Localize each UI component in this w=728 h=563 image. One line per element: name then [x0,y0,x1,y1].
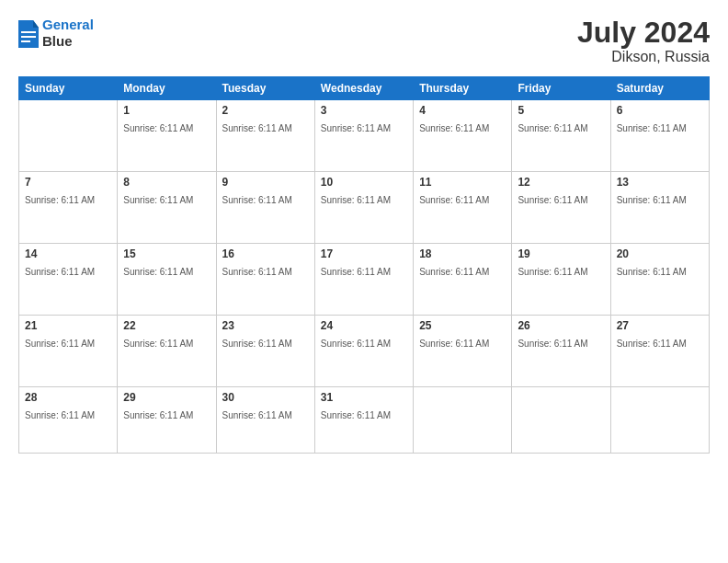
day-sunrise-info: Sunrise: 6:11 AM [518,267,587,277]
day-sunrise-info: Sunrise: 6:11 AM [518,123,587,133]
day-sunrise-info: Sunrise: 6:11 AM [123,267,193,277]
table-row: 8Sunrise: 6:11 AM [118,172,216,244]
day-number: 14 [25,247,111,260]
day-number: 16 [222,247,309,260]
day-number: 10 [321,176,407,189]
day-number: 18 [419,247,506,260]
table-row: 5Sunrise: 6:11 AM [512,100,610,172]
page-header: General Blue July 2024 Dikson, Russia [18,17,710,65]
table-row: 15Sunrise: 6:11 AM [118,244,216,316]
day-number: 31 [321,391,407,404]
day-number: 6 [617,104,703,117]
day-sunrise-info: Sunrise: 6:11 AM [222,410,292,420]
day-sunrise-info: Sunrise: 6:11 AM [25,410,95,420]
day-sunrise-info: Sunrise: 6:11 AM [321,123,391,133]
table-row: 6Sunrise: 6:11 AM [610,100,709,172]
col-saturday: Saturday [610,77,709,100]
day-sunrise-info: Sunrise: 6:11 AM [123,410,193,420]
logo-text: General Blue [42,17,94,50]
day-number: 8 [123,176,210,189]
calendar-week-row: 14Sunrise: 6:11 AM15Sunrise: 6:11 AM16Su… [19,244,710,316]
table-row: 24Sunrise: 6:11 AM [314,316,413,387]
day-sunrise-info: Sunrise: 6:11 AM [419,339,489,349]
day-number: 20 [617,247,703,260]
table-row [414,387,512,454]
day-sunrise-info: Sunrise: 6:11 AM [25,195,95,205]
svg-marker-1 [33,20,39,28]
table-row: 13Sunrise: 6:11 AM [610,172,709,244]
table-row: 18Sunrise: 6:11 AM [414,244,512,316]
day-number: 7 [25,176,111,189]
calendar-header-row: Sunday Monday Tuesday Wednesday Thursday… [19,77,710,100]
col-thursday: Thursday [414,77,512,100]
day-number: 30 [222,391,309,404]
logo: General Blue [18,17,94,50]
logo-general: General [42,17,94,32]
table-row: 25Sunrise: 6:11 AM [414,316,512,387]
table-row: 31Sunrise: 6:11 AM [314,387,413,454]
day-number: 23 [222,319,309,332]
day-sunrise-info: Sunrise: 6:11 AM [419,267,489,277]
day-sunrise-info: Sunrise: 6:11 AM [617,195,687,205]
day-sunrise-info: Sunrise: 6:11 AM [25,267,95,277]
day-number: 19 [518,247,604,260]
day-sunrise-info: Sunrise: 6:11 AM [25,339,95,349]
day-sunrise-info: Sunrise: 6:11 AM [518,339,587,349]
day-number: 29 [123,391,210,404]
day-number: 2 [222,104,309,117]
table-row [610,387,709,454]
day-number: 21 [25,319,111,332]
calendar-week-row: 7Sunrise: 6:11 AM8Sunrise: 6:11 AM9Sunri… [19,172,710,244]
day-number: 9 [222,176,309,189]
svg-rect-4 [21,40,30,42]
table-row: 11Sunrise: 6:11 AM [414,172,512,244]
day-sunrise-info: Sunrise: 6:11 AM [321,339,391,349]
table-row: 9Sunrise: 6:11 AM [216,172,314,244]
logo-icon [18,20,39,46]
table-row: 22Sunrise: 6:11 AM [118,316,216,387]
table-row: 21Sunrise: 6:11 AM [19,316,118,387]
day-number: 27 [617,319,703,332]
col-sunday: Sunday [19,77,118,100]
day-number: 4 [419,104,506,117]
day-number: 15 [123,247,210,260]
day-sunrise-info: Sunrise: 6:11 AM [321,195,391,205]
day-sunrise-info: Sunrise: 6:11 AM [222,267,292,277]
calendar-table: Sunday Monday Tuesday Wednesday Thursday… [18,76,710,454]
day-number: 28 [25,391,111,404]
table-row: 28Sunrise: 6:11 AM [19,387,118,454]
day-number: 3 [321,104,407,117]
day-number: 25 [419,319,506,332]
col-friday: Friday [512,77,610,100]
day-number: 17 [321,247,407,260]
day-number: 11 [419,176,506,189]
table-row: 3Sunrise: 6:11 AM [314,100,413,172]
calendar-week-row: 21Sunrise: 6:11 AM22Sunrise: 6:11 AM23Su… [19,316,710,387]
day-sunrise-info: Sunrise: 6:11 AM [518,195,587,205]
table-row [19,100,118,172]
col-wednesday: Wednesday [314,77,413,100]
location-title: Dikson, Russia [577,49,710,65]
table-row: 17Sunrise: 6:11 AM [314,244,413,316]
calendar-week-row: 1Sunrise: 6:11 AM2Sunrise: 6:11 AM3Sunri… [19,100,710,172]
day-sunrise-info: Sunrise: 6:11 AM [321,410,391,420]
table-row: 23Sunrise: 6:11 AM [216,316,314,387]
table-row: 14Sunrise: 6:11 AM [19,244,118,316]
table-row: 27Sunrise: 6:11 AM [610,316,709,387]
table-row: 12Sunrise: 6:11 AM [512,172,610,244]
title-block: July 2024 Dikson, Russia [577,17,710,65]
day-sunrise-info: Sunrise: 6:11 AM [123,123,193,133]
day-number: 13 [617,176,703,189]
table-row: 20Sunrise: 6:11 AM [610,244,709,316]
table-row: 26Sunrise: 6:11 AM [512,316,610,387]
svg-rect-2 [21,31,36,33]
day-sunrise-info: Sunrise: 6:11 AM [419,195,489,205]
day-sunrise-info: Sunrise: 6:11 AM [617,339,687,349]
calendar-week-row: 28Sunrise: 6:11 AM29Sunrise: 6:11 AM30Su… [19,387,710,454]
day-sunrise-info: Sunrise: 6:11 AM [419,123,489,133]
day-sunrise-info: Sunrise: 6:11 AM [617,123,687,133]
svg-rect-3 [21,36,36,38]
table-row: 16Sunrise: 6:11 AM [216,244,314,316]
day-number: 24 [321,319,407,332]
table-row: 10Sunrise: 6:11 AM [314,172,413,244]
